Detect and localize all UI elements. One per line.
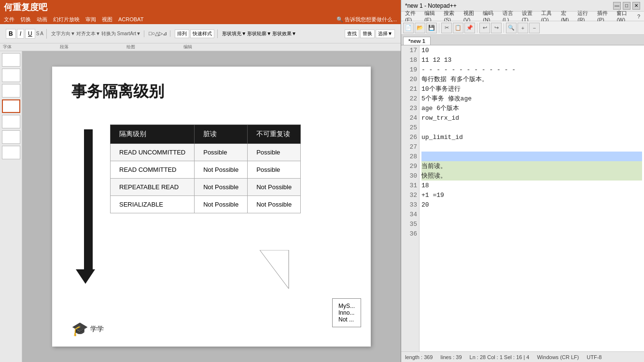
line-num-32: 32 (401, 190, 419, 200)
maximize-button[interactable]: □ (623, 2, 630, 10)
align-text-icon[interactable]: 对齐文本▼ (76, 30, 100, 37)
slide-thumb-2[interactable] (2, 69, 20, 82)
line-num-22: 22 (401, 94, 419, 103)
window-controls: — □ ✕ (613, 2, 640, 10)
slide-thumb-5[interactable] (2, 115, 20, 128)
menu-animation[interactable]: 动画 (37, 16, 47, 23)
quick-style-button[interactable]: 快速样式 (190, 29, 214, 38)
replace-button[interactable]: 替换 (360, 29, 375, 38)
code-line-35 (421, 219, 642, 229)
slide-thumb-6[interactable] (2, 130, 20, 144)
notepad-editor[interactable]: 17 18 19 20 21 22 23 24 25 26 27 28 29 3… (401, 45, 644, 351)
save-file-button[interactable]: 💾 (426, 23, 437, 33)
slide-thumb-4[interactable] (2, 99, 20, 113)
redo-button[interactable]: ↪ (491, 23, 502, 33)
open-file-button[interactable]: 📂 (415, 23, 425, 33)
notepad-statusbar: length : 369 lines : 39 Ln : 28 Col : 1 … (401, 351, 644, 362)
arrow-container (81, 129, 95, 284)
slide-area: 事务隔离级别 隔离级别 脏读 不可重复读 (0, 51, 401, 362)
font-label: 字体 (3, 44, 12, 50)
close-button[interactable]: ✕ (632, 2, 640, 10)
new-file-button[interactable]: 📄 (403, 23, 414, 33)
arrow-head (76, 269, 95, 284)
text-format-group: 文字方向▼ 对齐文本▼ 转换为 SmartArt▼ (48, 30, 144, 37)
italic-button[interactable]: I (17, 29, 24, 39)
box-line-1: MyS... (338, 303, 355, 309)
line-num-26: 26 (401, 132, 419, 142)
toolbar-sep-1 (439, 23, 439, 33)
menu-review[interactable]: 审阅 (85, 16, 96, 23)
ppt-titlebar: 何重复度吧 (0, 0, 401, 14)
code-line-21: 10个事务进行 (421, 84, 642, 94)
menu-slideshow[interactable]: 幻灯片放映 (53, 16, 80, 23)
code-line-29: 当前读。 (421, 161, 642, 171)
col-header-dirty: 脏读 (195, 125, 248, 144)
line-num-18: 18 (401, 55, 419, 65)
status-line-ending: Windows (CR LF) (537, 354, 579, 360)
shape-tools: □○△▷⊿ (146, 30, 170, 37)
tab-new1[interactable]: *new 1 (403, 37, 431, 45)
slide-main: 事务隔离级别 隔离级别 脏读 不可重复读 (22, 51, 401, 362)
line-num-21: 21 (401, 84, 419, 94)
code-line-36 (421, 229, 642, 238)
font-size: S (36, 31, 40, 36)
line-num-35: 35 (401, 219, 419, 229)
zoom-out-button[interactable]: − (529, 23, 540, 33)
status-position: Ln : 28 Col : 1 Sel : 16 | 4 (470, 354, 530, 360)
code-line-32: +1 =19 (421, 190, 642, 200)
paste-button[interactable]: 📌 (464, 23, 475, 33)
find-button[interactable]: 🔍 (506, 23, 517, 33)
shape-effects-group: 形状填充▼ 形状轮廓▼ 形状效果▼ (219, 30, 299, 37)
menu-search[interactable]: 🔍 告诉我您想要做什么... (336, 16, 397, 23)
line-num-27: 27 (401, 142, 419, 152)
select-button[interactable]: 选择▼ (376, 29, 395, 38)
table-row: READ COMMITTED Not Possible Possible (111, 161, 301, 179)
ppt-toolbar: B I U S A 文字方向▼ 对齐文本▼ 转换为 SmartArt▼ □○△▷… (0, 24, 401, 43)
nonrepeat-3: Not Possible (248, 179, 301, 196)
find-button[interactable]: 查找 (345, 29, 359, 38)
menu-acrobat[interactable]: ACROBAT (118, 16, 143, 22)
ppt-menu-bar: 文件 切换 动画 幻灯片放映 审阅 视图 ACROBAT 🔍 告诉我您想要做什么… (0, 14, 401, 24)
table-row: SERIALIZABLE Not Possible Not Possible (111, 196, 301, 213)
logo-area: 🎓 学学 (71, 321, 104, 337)
underline-button[interactable]: U (25, 29, 35, 39)
bold-button[interactable]: B (6, 29, 16, 39)
ppt-panel: 何重复度吧 文件 切换 动画 幻灯片放映 审阅 视图 ACROBAT 🔍 告诉我… (0, 0, 401, 362)
text-direction-icon[interactable]: 文字方向▼ (51, 30, 75, 37)
edit-group: 查找 替换 选择▼ (342, 29, 398, 38)
cut-button[interactable]: ✂ (441, 23, 452, 33)
table-row: READ UNCOMMITTED Possible Possible (111, 144, 301, 161)
minimize-button[interactable]: — (613, 2, 621, 10)
menu-help[interactable]: ? (635, 13, 642, 20)
slide-thumb-3[interactable] (2, 84, 20, 97)
menu-view[interactable]: 视图 (102, 16, 112, 23)
shape-outline-icon: 形状轮廓▼ (247, 30, 271, 37)
undo-button[interactable]: ↩ (479, 23, 490, 33)
editing-label: 编辑 (183, 44, 192, 50)
menu-switch[interactable]: 切换 (20, 16, 31, 23)
arrange-button[interactable]: 排列 (175, 29, 189, 38)
dirty-read-1: Possible (195, 144, 248, 161)
menu-file[interactable]: 文件 (4, 16, 14, 23)
code-line-31: 18 (421, 181, 642, 190)
dirty-read-3: Not Possible (195, 179, 248, 196)
nonrepeat-1: Possible (248, 144, 301, 161)
notepad-toolbar: 📄 📂 💾 ✂ 📋 📌 ↩ ↪ 🔍 + − (401, 21, 644, 35)
ppt-title: 何重复度吧 (4, 1, 47, 13)
line-num-30: 30 (401, 171, 419, 181)
nonrepeat-4: Not Possible (248, 196, 301, 213)
convert-smartart-icon[interactable]: 转换为 SmartArt▼ (101, 30, 141, 37)
code-line-34 (421, 209, 642, 219)
copy-button[interactable]: 📋 (453, 23, 463, 33)
arrange-group: 排列 快速样式 (172, 29, 218, 38)
col-header-level: 隔离级别 (111, 125, 195, 144)
slide-thumb-7[interactable] (2, 146, 20, 159)
logo-icon: 🎓 (71, 321, 88, 337)
line-num-28: 28 (401, 152, 419, 161)
code-content[interactable]: 10 11 12 13 - - - - - - - - - - - - - 每行… (420, 45, 644, 351)
zoom-in-button[interactable]: + (518, 23, 528, 33)
slide-thumb-1[interactable] (2, 53, 20, 67)
code-line-22: 5个事务 修改age (421, 94, 642, 103)
line-numbers: 17 18 19 20 21 22 23 24 25 26 27 28 29 3… (401, 45, 420, 351)
svg-line-0 (260, 250, 289, 289)
